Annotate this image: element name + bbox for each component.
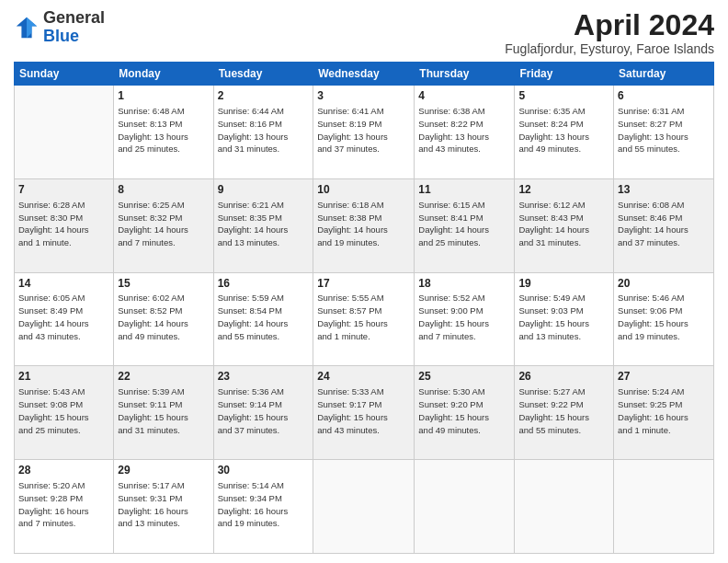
day-number: 30 bbox=[218, 463, 310, 478]
day-info: Sunrise: 6:44 AM Sunset: 8:16 PM Dayligh… bbox=[218, 105, 310, 155]
day-info: Sunrise: 6:31 AM Sunset: 8:27 PM Dayligh… bbox=[618, 105, 710, 155]
day-number: 23 bbox=[218, 369, 310, 385]
calendar-cell: 28Sunrise: 5:20 AM Sunset: 9:28 PM Dayli… bbox=[15, 460, 114, 554]
day-number: 8 bbox=[118, 182, 209, 198]
day-info: Sunrise: 5:33 AM Sunset: 9:17 PM Dayligh… bbox=[317, 385, 410, 436]
day-info: Sunrise: 5:17 AM Sunset: 9:31 PM Dayligh… bbox=[118, 479, 209, 530]
day-info: Sunrise: 6:08 AM Sunset: 8:46 PM Dayligh… bbox=[618, 199, 710, 249]
calendar-cell: 4Sunrise: 6:38 AM Sunset: 8:22 PM Daylig… bbox=[415, 86, 515, 179]
weekday-header-sunday: Sunday bbox=[15, 63, 114, 86]
day-info: Sunrise: 6:21 AM Sunset: 8:35 PM Dayligh… bbox=[218, 199, 310, 249]
calendar-cell: 14Sunrise: 6:05 AM Sunset: 8:49 PM Dayli… bbox=[15, 272, 114, 366]
day-info: Sunrise: 5:30 AM Sunset: 9:20 PM Dayligh… bbox=[418, 385, 510, 436]
calendar-cell: 2Sunrise: 6:44 AM Sunset: 8:16 PM Daylig… bbox=[213, 86, 313, 179]
day-info: Sunrise: 5:14 AM Sunset: 9:34 PM Dayligh… bbox=[218, 479, 310, 530]
calendar-cell: 30Sunrise: 5:14 AM Sunset: 9:34 PM Dayli… bbox=[213, 460, 313, 554]
calendar-cell: 12Sunrise: 6:12 AM Sunset: 8:43 PM Dayli… bbox=[515, 178, 614, 272]
day-number: 9 bbox=[218, 182, 310, 198]
page: General Blue April 2024 Fuglafjordur, Ey… bbox=[0, 0, 728, 563]
day-number: 21 bbox=[18, 369, 109, 385]
calendar-cell bbox=[415, 460, 515, 554]
calendar-cell: 29Sunrise: 5:17 AM Sunset: 9:31 PM Dayli… bbox=[114, 460, 213, 554]
calendar-cell: 17Sunrise: 5:55 AM Sunset: 8:57 PM Dayli… bbox=[313, 272, 415, 366]
day-number: 19 bbox=[518, 276, 609, 292]
day-number: 29 bbox=[118, 463, 209, 478]
day-info: Sunrise: 6:25 AM Sunset: 8:32 PM Dayligh… bbox=[118, 199, 209, 249]
calendar-cell bbox=[313, 460, 415, 554]
weekday-header-tuesday: Tuesday bbox=[213, 63, 313, 86]
day-info: Sunrise: 5:55 AM Sunset: 8:57 PM Dayligh… bbox=[317, 292, 410, 342]
calendar-week-row: 7Sunrise: 6:28 AM Sunset: 8:30 PM Daylig… bbox=[15, 178, 714, 272]
calendar-cell: 15Sunrise: 6:02 AM Sunset: 8:52 PM Dayli… bbox=[114, 272, 213, 366]
day-info: Sunrise: 6:12 AM Sunset: 8:43 PM Dayligh… bbox=[518, 199, 609, 249]
day-number: 2 bbox=[218, 88, 310, 104]
day-info: Sunrise: 6:18 AM Sunset: 8:38 PM Dayligh… bbox=[317, 199, 410, 249]
logo: General Blue bbox=[14, 9, 105, 46]
calendar-cell: 8Sunrise: 6:25 AM Sunset: 8:32 PM Daylig… bbox=[114, 178, 213, 272]
day-info: Sunrise: 5:49 AM Sunset: 9:03 PM Dayligh… bbox=[518, 292, 609, 342]
calendar-week-row: 28Sunrise: 5:20 AM Sunset: 9:28 PM Dayli… bbox=[15, 460, 714, 554]
calendar-cell: 19Sunrise: 5:49 AM Sunset: 9:03 PM Dayli… bbox=[515, 272, 614, 366]
calendar-week-row: 1Sunrise: 6:48 AM Sunset: 8:13 PM Daylig… bbox=[15, 86, 714, 179]
day-info: Sunrise: 6:41 AM Sunset: 8:19 PM Dayligh… bbox=[317, 105, 410, 155]
header: General Blue April 2024 Fuglafjordur, Ey… bbox=[14, 9, 714, 56]
day-number: 25 bbox=[418, 369, 510, 385]
day-info: Sunrise: 5:43 AM Sunset: 9:08 PM Dayligh… bbox=[18, 385, 109, 436]
day-number: 27 bbox=[618, 369, 710, 385]
calendar-cell: 7Sunrise: 6:28 AM Sunset: 8:30 PM Daylig… bbox=[15, 178, 114, 272]
day-number: 3 bbox=[317, 88, 410, 104]
day-number: 26 bbox=[518, 369, 609, 385]
calendar-table: SundayMondayTuesdayWednesdayThursdayFrid… bbox=[14, 62, 714, 554]
calendar-cell bbox=[515, 460, 614, 554]
day-info: Sunrise: 5:24 AM Sunset: 9:25 PM Dayligh… bbox=[618, 385, 710, 436]
day-number: 1 bbox=[118, 88, 209, 104]
day-info: Sunrise: 5:27 AM Sunset: 9:22 PM Dayligh… bbox=[518, 385, 609, 436]
day-number: 10 bbox=[317, 182, 410, 198]
calendar-cell: 16Sunrise: 5:59 AM Sunset: 8:54 PM Dayli… bbox=[213, 272, 313, 366]
month-title: April 2024 bbox=[505, 9, 714, 41]
calendar-cell: 6Sunrise: 6:31 AM Sunset: 8:27 PM Daylig… bbox=[614, 86, 714, 179]
day-info: Sunrise: 6:35 AM Sunset: 8:24 PM Dayligh… bbox=[518, 105, 609, 155]
calendar-cell bbox=[614, 460, 714, 554]
day-number: 20 bbox=[618, 276, 710, 292]
calendar-cell: 27Sunrise: 5:24 AM Sunset: 9:25 PM Dayli… bbox=[614, 366, 714, 460]
day-info: Sunrise: 5:52 AM Sunset: 9:00 PM Dayligh… bbox=[418, 292, 510, 342]
day-number: 24 bbox=[317, 369, 410, 385]
calendar-cell: 3Sunrise: 6:41 AM Sunset: 8:19 PM Daylig… bbox=[313, 86, 415, 179]
calendar-cell: 26Sunrise: 5:27 AM Sunset: 9:22 PM Dayli… bbox=[515, 366, 614, 460]
calendar-cell: 18Sunrise: 5:52 AM Sunset: 9:00 PM Dayli… bbox=[415, 272, 515, 366]
day-info: Sunrise: 6:02 AM Sunset: 8:52 PM Dayligh… bbox=[118, 292, 209, 342]
logo-icon bbox=[14, 15, 40, 40]
day-number: 18 bbox=[418, 276, 510, 292]
calendar-cell: 20Sunrise: 5:46 AM Sunset: 9:06 PM Dayli… bbox=[614, 272, 714, 366]
day-number: 17 bbox=[317, 276, 410, 292]
calendar-cell: 24Sunrise: 5:33 AM Sunset: 9:17 PM Dayli… bbox=[313, 366, 415, 460]
day-info: Sunrise: 6:15 AM Sunset: 8:41 PM Dayligh… bbox=[418, 199, 510, 249]
calendar-cell: 5Sunrise: 6:35 AM Sunset: 8:24 PM Daylig… bbox=[515, 86, 614, 179]
calendar-cell: 25Sunrise: 5:30 AM Sunset: 9:20 PM Dayli… bbox=[415, 366, 515, 460]
calendar-cell: 21Sunrise: 5:43 AM Sunset: 9:08 PM Dayli… bbox=[15, 366, 114, 460]
title-block: April 2024 Fuglafjordur, Eysturoy, Faroe… bbox=[505, 9, 714, 56]
day-info: Sunrise: 6:48 AM Sunset: 8:13 PM Dayligh… bbox=[118, 105, 209, 155]
calendar-cell: 9Sunrise: 6:21 AM Sunset: 8:35 PM Daylig… bbox=[213, 178, 313, 272]
day-number: 4 bbox=[418, 88, 510, 104]
calendar-cell: 23Sunrise: 5:36 AM Sunset: 9:14 PM Dayli… bbox=[213, 366, 313, 460]
day-info: Sunrise: 5:46 AM Sunset: 9:06 PM Dayligh… bbox=[618, 292, 710, 342]
weekday-header-monday: Monday bbox=[114, 63, 213, 86]
day-info: Sunrise: 6:28 AM Sunset: 8:30 PM Dayligh… bbox=[18, 199, 109, 249]
calendar-cell: 1Sunrise: 6:48 AM Sunset: 8:13 PM Daylig… bbox=[114, 86, 213, 179]
weekday-header-saturday: Saturday bbox=[614, 63, 714, 86]
day-info: Sunrise: 5:39 AM Sunset: 9:11 PM Dayligh… bbox=[118, 385, 209, 436]
weekday-header-friday: Friday bbox=[515, 63, 614, 86]
day-number: 22 bbox=[118, 369, 209, 385]
day-number: 15 bbox=[118, 276, 209, 292]
day-info: Sunrise: 5:20 AM Sunset: 9:28 PM Dayligh… bbox=[18, 479, 109, 530]
calendar-cell: 22Sunrise: 5:39 AM Sunset: 9:11 PM Dayli… bbox=[114, 366, 213, 460]
day-info: Sunrise: 5:59 AM Sunset: 8:54 PM Dayligh… bbox=[218, 292, 310, 342]
day-number: 14 bbox=[18, 276, 109, 292]
logo-blue-text: Blue bbox=[43, 27, 79, 45]
day-info: Sunrise: 6:38 AM Sunset: 8:22 PM Dayligh… bbox=[418, 105, 510, 155]
day-number: 5 bbox=[518, 88, 609, 104]
day-info: Sunrise: 5:36 AM Sunset: 9:14 PM Dayligh… bbox=[218, 385, 310, 436]
location: Fuglafjordur, Eysturoy, Faroe Islands bbox=[505, 41, 714, 56]
